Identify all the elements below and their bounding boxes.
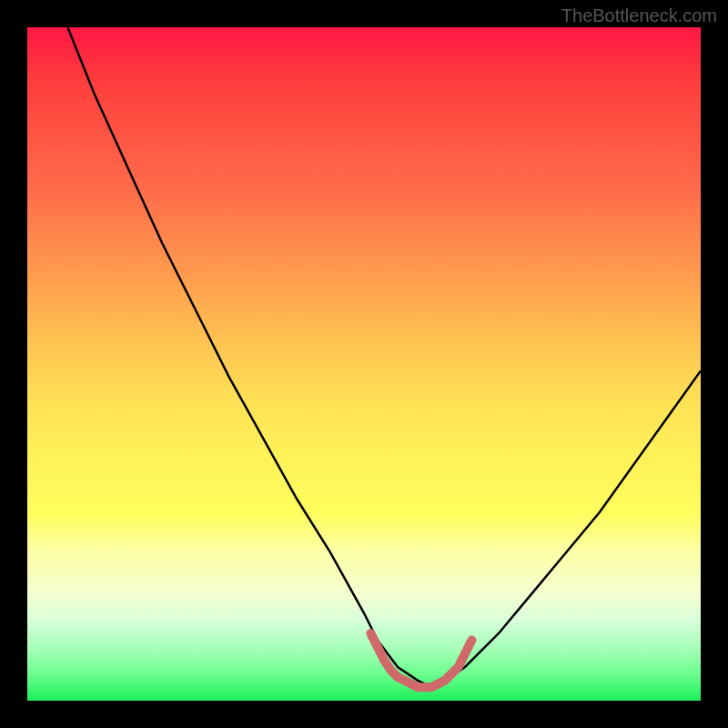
chart-container: TheBottleneck.com (0, 0, 728, 728)
chart-svg (27, 27, 701, 701)
plot-area (27, 27, 701, 701)
watermark-text: TheBottleneck.com (561, 5, 717, 26)
minimum-region (370, 633, 471, 687)
bottleneck-curve (67, 27, 701, 687)
